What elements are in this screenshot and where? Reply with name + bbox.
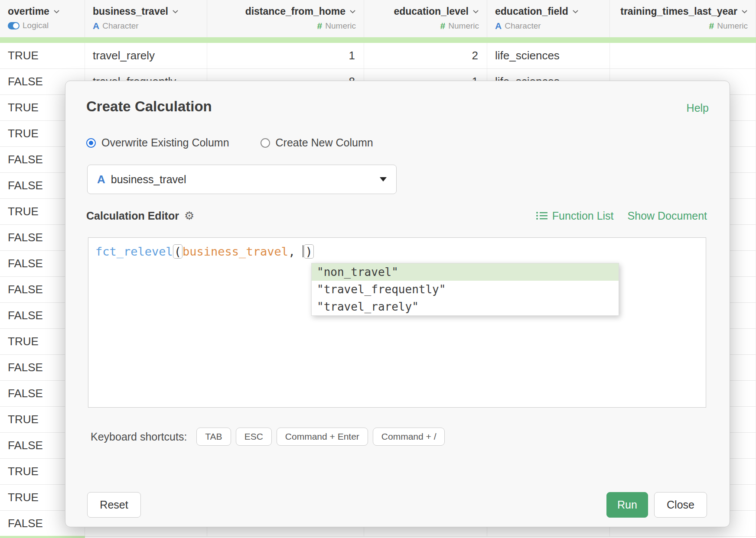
column-header-training_times_last_year[interactable]: training_times_last_year#Numeric — [610, 0, 756, 37]
column-type-label: Numeric — [717, 21, 748, 31]
column-type-row: ACharacter — [85, 21, 207, 31]
column-name-row: education_level — [364, 6, 487, 17]
column-name-row: distance_from_home — [207, 6, 364, 17]
numeric-type-icon: # — [317, 21, 323, 31]
app-screen: overtimeLogicalbusiness_travelACharacter… — [0, 0, 756, 538]
code-token-column: business_travel — [182, 245, 288, 258]
close-button[interactable]: Close — [654, 492, 707, 518]
cell-education_field: life_sciences — [487, 43, 610, 68]
column-type-label: Logical — [23, 21, 49, 30]
calculation-editor-label: Calculation Editor — [86, 210, 179, 222]
column-header-business_travel[interactable]: business_travelACharacter — [85, 0, 207, 37]
column-name-row: education_field — [487, 6, 609, 17]
column-name-row: training_times_last_year — [610, 6, 756, 17]
autocomplete-option[interactable]: "travel_frequently" — [312, 281, 619, 298]
run-button[interactable]: Run — [606, 492, 648, 518]
column-type-row: #Numeric — [364, 21, 487, 31]
column-name-row: business_travel — [85, 6, 207, 17]
cell-distance_from_home: 1 — [207, 43, 364, 68]
caret-down-icon — [380, 177, 387, 181]
bottom-row-highlight — [0, 536, 85, 538]
cell-training_times_last_year — [610, 43, 756, 68]
character-type-icon: A — [93, 21, 99, 31]
shortcut-keys: TABESCCommand + EnterCommand + / — [196, 428, 450, 446]
column-header-distance_from_home[interactable]: distance_from_home#Numeric — [207, 0, 364, 37]
chevron-down-icon[interactable] — [172, 8, 179, 16]
overwrite-existing-radio[interactable] — [86, 138, 96, 148]
code-token-plain: , — [288, 245, 303, 258]
shortcut-key-pill: Command + / — [373, 428, 445, 446]
help-link[interactable]: Help — [687, 102, 709, 114]
column-type-row: #Numeric — [207, 21, 364, 31]
column-type-row: Logical — [0, 21, 85, 30]
cell-business_travel: travel_rarely — [85, 43, 207, 68]
column-name: overtime — [8, 6, 49, 17]
header-highlight-strip — [0, 37, 756, 43]
chevron-down-icon[interactable] — [53, 8, 60, 16]
logical-type-icon — [8, 22, 20, 29]
autocomplete-dropdown: "non_travel""travel_frequently""travel_r… — [311, 263, 619, 316]
column-header-education_level[interactable]: education_level#Numeric — [364, 0, 487, 37]
gear-icon[interactable]: ⚙ — [184, 209, 194, 222]
create-new-label[interactable]: Create New Column — [276, 136, 373, 149]
column-type-row: ACharacter — [487, 21, 609, 31]
chevron-down-icon[interactable] — [349, 8, 356, 16]
dialog-title: Create Calculation — [86, 98, 212, 115]
column-type-label: Character — [505, 21, 541, 31]
character-type-icon: A — [97, 173, 105, 186]
function-list-link[interactable]: Function List — [536, 210, 614, 222]
column-header-education_field[interactable]: education_fieldACharacter — [487, 0, 610, 37]
column-name: business_travel — [93, 6, 168, 17]
column-name: education_field — [495, 6, 568, 17]
column-name-row: overtime — [0, 6, 85, 17]
target-column-select[interactable]: A business_travel — [87, 165, 397, 194]
code-line: fct_relevel(business_travel, ) — [95, 245, 314, 258]
autocomplete-option[interactable]: "non_travel" — [312, 263, 619, 281]
code-token-paren: ) — [304, 244, 313, 259]
numeric-type-icon: # — [709, 21, 714, 31]
reset-button[interactable]: Reset — [87, 492, 141, 518]
keyboard-shortcuts-label: Keyboard shortcuts: — [91, 431, 187, 443]
shortcut-key-pill: Command + Enter — [277, 428, 368, 446]
create-new-radio[interactable] — [261, 138, 270, 148]
character-type-icon: A — [495, 21, 502, 31]
table-header-row: overtimeLogicalbusiness_travelACharacter… — [0, 0, 756, 37]
chevron-down-icon[interactable] — [472, 8, 479, 16]
create-calculation-dialog: Create Calculation Help Overwrite Existi… — [65, 81, 730, 527]
shortcut-key-pill: TAB — [196, 428, 231, 446]
list-icon — [536, 211, 548, 221]
code-token-paren: ( — [173, 244, 182, 259]
column-type-row: #Numeric — [610, 21, 756, 31]
editor-links: Function List Show Document — [536, 210, 707, 222]
numeric-type-icon: # — [440, 21, 446, 31]
cell-overtime: TRUE — [0, 43, 85, 68]
autocomplete-option[interactable]: "travel_rarely" — [312, 298, 619, 315]
function-list-label: Function List — [552, 210, 614, 222]
code-token-function: fct_relevel — [95, 245, 173, 258]
chevron-down-icon[interactable] — [741, 8, 748, 16]
column-type-label: Numeric — [448, 21, 479, 31]
cell-education_level: 2 — [364, 43, 487, 68]
overwrite-existing-label[interactable]: Overwrite Existing Column — [101, 136, 229, 149]
column-name: training_times_last_year — [620, 6, 737, 17]
target-column-value: business_travel — [111, 173, 186, 186]
shortcut-key-pill: ESC — [236, 428, 272, 446]
column-type-label: Numeric — [325, 21, 356, 31]
column-type-label: Character — [102, 21, 138, 31]
chevron-down-icon[interactable] — [572, 8, 579, 16]
toggle-knob — [13, 23, 19, 29]
column-header-overtime[interactable]: overtimeLogical — [0, 0, 85, 37]
column-mode-radio-group: Overwrite Existing Column Create New Col… — [86, 136, 373, 149]
show-document-link[interactable]: Show Document — [628, 210, 707, 222]
editor-header: Calculation Editor ⚙ Function List Show … — [86, 209, 707, 222]
keyboard-shortcuts-row: Keyboard shortcuts: TABESCCommand + Ente… — [91, 428, 450, 446]
table-row: TRUEtravel_rarely12life_sciences — [0, 43, 756, 69]
column-name: education_level — [394, 6, 469, 17]
column-name: distance_from_home — [245, 6, 345, 17]
